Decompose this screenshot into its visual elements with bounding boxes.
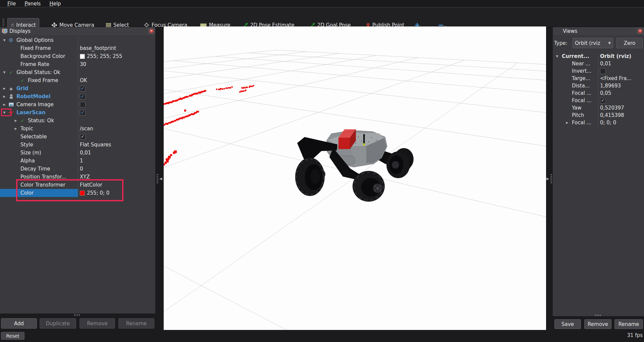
property-value[interactable]: 1,89693	[598, 82, 644, 89]
tree-row-style[interactable]: StyleFlat Squares	[0, 141, 155, 149]
rename-button[interactable]: Rename	[118, 318, 154, 329]
tree-row-status-ok[interactable]: ▶✓Status: Ok	[0, 117, 155, 125]
tree-row-selectable[interactable]: Selectable✓	[0, 133, 155, 141]
checkbox[interactable]: ✓	[80, 94, 86, 99]
tree-row-color[interactable]: Color255; 0; 0	[0, 189, 155, 197]
checkbox[interactable]: ✓	[600, 98, 606, 104]
tree-row-focal-[interactable]: ▶Focal ...0; 0; 0	[553, 119, 644, 126]
property-value[interactable]: Flat Squares	[78, 141, 155, 149]
close-displays-button[interactable]: ✕	[148, 28, 155, 34]
tree-row-global-options[interactable]: ▼⚙Global Options	[0, 36, 155, 44]
views-panel-titlebar[interactable]: Views ✕	[553, 27, 644, 35]
tree-row-dista-[interactable]: Dista...1,89693	[553, 82, 644, 89]
tree-row-global-status-ok[interactable]: ▼✓Global Status: Ok	[0, 68, 155, 76]
splitter-handle[interactable]	[550, 174, 552, 184]
expander-down-icon[interactable]: ▼	[554, 55, 560, 58]
color-swatch[interactable]	[80, 191, 85, 196]
property-value[interactable]: ✓	[78, 109, 155, 117]
tree-row-focal-[interactable]: Focal ...✓	[553, 97, 644, 104]
checkbox[interactable]	[80, 102, 86, 108]
tree-row-grid[interactable]: ▶◈Grid✓	[0, 84, 155, 92]
rename-button[interactable]: Rename	[614, 319, 643, 329]
property-value[interactable]	[78, 68, 155, 76]
property-value[interactable]: 0,520397	[598, 104, 644, 112]
tree-row-laserscan[interactable]: ▼LaserScan✓	[0, 109, 155, 117]
property-value[interactable]: Orbit (rviz)	[598, 53, 644, 60]
tree-row-topic[interactable]: ▶Topic/scan	[0, 125, 155, 133]
property-value[interactable]: 30	[78, 60, 155, 68]
menu-file[interactable]: File	[4, 0, 19, 7]
property-value[interactable]: 0,05	[598, 89, 644, 97]
checkbox[interactable]: ✓	[80, 110, 86, 116]
tree-row-current-[interactable]: ▼Current...Orbit (rviz)	[553, 53, 644, 60]
remove-button[interactable]: Remove	[584, 319, 611, 329]
tree-row-fixed-frame[interactable]: ✓Fixed FrameOK	[0, 76, 155, 84]
tree-row-alpha[interactable]: Alpha1	[0, 157, 155, 165]
tree-row-position-transfor-[interactable]: Position Transfor...XYZ	[0, 173, 155, 181]
checkbox[interactable]	[600, 68, 606, 74]
expander-down-icon[interactable]: ▼	[1, 39, 7, 42]
tree-row-targe-[interactable]: Targe...<Fixed Fra...	[553, 75, 644, 82]
collapse-left-panel-icon[interactable]: ◀	[159, 177, 162, 181]
property-value[interactable]: FlatColor	[78, 181, 155, 189]
color-swatch[interactable]	[80, 54, 85, 59]
tree-row-invert-[interactable]: Invert...	[553, 67, 644, 75]
panel-resize-handle[interactable]	[74, 314, 81, 316]
checkbox[interactable]: ✓	[80, 134, 86, 140]
tree-row-near-[interactable]: Near ...0,01	[553, 60, 644, 67]
property-value[interactable]: ✓	[598, 97, 644, 104]
panel-resize-handle[interactable]	[595, 315, 601, 316]
add-button[interactable]: Add	[1, 318, 37, 329]
duplicate-button[interactable]: Duplicate	[40, 318, 76, 329]
property-value[interactable]	[78, 100, 155, 109]
expander-down-icon[interactable]: ▼	[1, 111, 7, 114]
property-value[interactable]: XYZ	[78, 173, 155, 181]
expander-right-icon[interactable]: ▶	[1, 95, 7, 98]
reset-button[interactable]: Reset	[1, 332, 24, 340]
property-value[interactable]	[78, 36, 155, 44]
property-value[interactable]: 0,415398	[598, 112, 644, 119]
save-button[interactable]: Save	[554, 319, 581, 329]
checkbox[interactable]: ✓	[80, 86, 86, 91]
property-value[interactable]: 1	[78, 157, 155, 165]
property-value[interactable]: <Fixed Fra...	[598, 75, 644, 82]
view-type-dropdown[interactable]: Orbit (rviz ▼	[573, 38, 613, 48]
property-value[interactable]: 255; 0; 0	[78, 189, 155, 197]
displays-panel-titlebar[interactable]: Displays ✕	[0, 27, 155, 35]
tree-row-size-m-[interactable]: Size (m)0,01	[0, 149, 155, 157]
splitter-handle[interactable]	[157, 174, 158, 184]
collapse-right-panel-icon[interactable]: ▶	[546, 177, 549, 181]
property-value[interactable]: OK	[78, 76, 155, 84]
property-value[interactable]: ✓	[78, 133, 155, 141]
expander-right-icon[interactable]: ▶	[13, 119, 19, 122]
property-value[interactable]: ✓	[78, 92, 155, 100]
expander-right-icon[interactable]: ▶	[564, 121, 570, 124]
property-value[interactable]: base_footprint	[78, 44, 155, 52]
property-value[interactable]: ✓	[78, 84, 155, 92]
tree-row-focal-[interactable]: Focal ...0,05	[553, 89, 644, 97]
tree-row-camera-image[interactable]: ▶Camera Image	[0, 100, 155, 109]
zero-button[interactable]: Zero	[616, 38, 643, 48]
property-value[interactable]: 0,01	[78, 149, 155, 157]
property-value[interactable]: 0	[78, 165, 155, 173]
property-value[interactable]	[78, 117, 155, 125]
property-value[interactable]	[598, 67, 644, 75]
tree-row-color-transformer[interactable]: Color TransformerFlatColor	[0, 181, 155, 189]
tree-row-frame-rate[interactable]: Frame Rate30	[0, 60, 155, 68]
property-value[interactable]: 0; 0; 0	[598, 119, 644, 126]
tree-row-robotmodel[interactable]: ▶RobotModel✓	[0, 92, 155, 100]
tree-row-decay-time[interactable]: Decay Time0	[0, 165, 155, 173]
property-value[interactable]: 0,01	[598, 60, 644, 67]
tree-row-pitch[interactable]: Pitch0,415398	[553, 112, 644, 119]
close-views-button[interactable]: ✕	[637, 28, 643, 34]
tree-row-background-color[interactable]: Background Color255; 255; 255	[0, 52, 155, 60]
menu-panels[interactable]: Panels	[21, 0, 44, 7]
menu-help[interactable]: Help	[46, 0, 64, 7]
3d-viewport[interactable]	[164, 26, 546, 330]
property-value[interactable]: 255; 255; 255	[78, 52, 155, 60]
tree-row-yaw[interactable]: Yaw0,520397	[553, 104, 644, 112]
remove-button[interactable]: Remove	[79, 318, 115, 329]
property-value[interactable]: /scan	[78, 125, 155, 133]
expander-right-icon[interactable]: ▶	[13, 127, 19, 130]
expander-right-icon[interactable]: ▶	[1, 87, 7, 90]
